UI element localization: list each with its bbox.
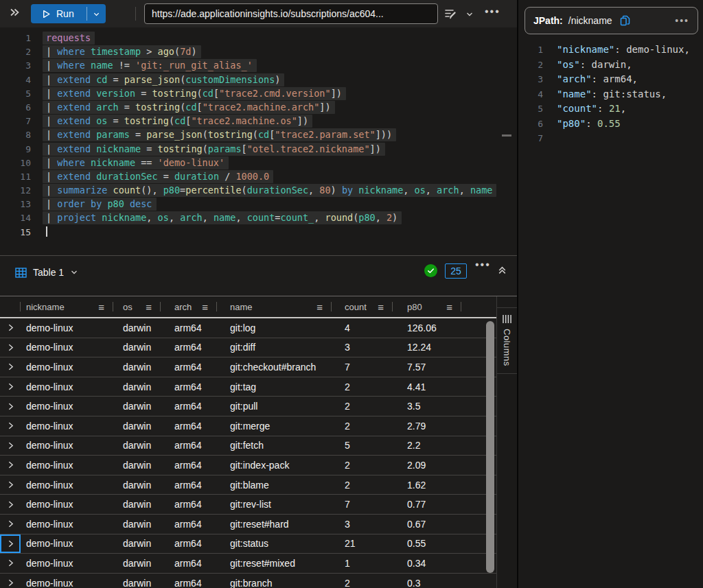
json-viewer[interactable]: 1"nickname": demo-linux,2"os": darwin,3"… <box>518 43 703 146</box>
table-row[interactable]: demo-linuxdarwinarm64git:checkout#branch… <box>0 357 496 377</box>
row-expand-chevron[interactable] <box>0 554 21 573</box>
cell-name: git:checkout#branch <box>217 362 332 373</box>
table-row[interactable]: demo-linuxdarwinarm64git:index-pack22.09 <box>0 456 496 475</box>
expand-sidebar-icon[interactable] <box>8 6 21 19</box>
row-expand-chevron[interactable] <box>0 318 21 338</box>
cell-nickname: demo-linux <box>21 322 113 333</box>
run-button[interactable]: Run <box>31 4 87 23</box>
line-number: 2 <box>518 58 543 73</box>
table-row[interactable]: demo-linuxdarwinarm64git:merge22.79 <box>0 416 496 436</box>
column-menu-icon[interactable]: ≡ <box>202 301 208 313</box>
cell-arch: arm64 <box>161 578 217 588</box>
table-row[interactable]: demo-linuxdarwinarm64git:log4126.06 <box>0 318 496 338</box>
row-count-badge[interactable]: 25 <box>445 263 467 279</box>
collapse-panel-icon[interactable] <box>497 265 507 275</box>
row-expand-chevron[interactable] <box>0 338 21 357</box>
cell-nickname: demo-linux <box>21 578 113 588</box>
code-line: 13| order by p80 desc <box>0 197 517 211</box>
cell-count: 7 <box>332 362 393 373</box>
column-menu-icon[interactable]: ≡ <box>446 301 452 313</box>
cell-name: git:status <box>217 538 332 549</box>
cell-p80: 126.06 <box>393 322 461 333</box>
code-line: 3| where name != 'git:_run_git_alias_' <box>0 58 517 72</box>
table-icon <box>15 268 27 278</box>
row-expand-chevron[interactable] <box>0 475 21 495</box>
copy-icon[interactable] <box>619 15 631 27</box>
table-row[interactable]: demo-linuxdarwinarm64git:blame21.62 <box>0 475 496 495</box>
run-options-dropdown[interactable] <box>87 4 106 23</box>
column-menu-icon[interactable]: ≡ <box>316 301 323 313</box>
code-line: 1"nickname": demo-linux, <box>518 43 703 58</box>
table-row[interactable]: demo-linuxdarwinarm64git:reset#hard30.67 <box>0 515 496 534</box>
kql-query-editor[interactable]: 1requests2| where timestamp > ago(7d)3| … <box>0 27 517 256</box>
cell-p80: 4.41 <box>393 381 461 392</box>
row-expand-chevron[interactable] <box>0 515 21 534</box>
editor-lines: 1requests2| where timestamp > ago(7d)3| … <box>0 31 517 239</box>
table-row[interactable]: demo-linuxdarwinarm64git:reset#mixed10.3… <box>0 554 496 574</box>
row-expand-chevron[interactable] <box>0 357 21 377</box>
cell-arch: arm64 <box>161 460 217 471</box>
scrollbar-thumb[interactable] <box>486 321 494 573</box>
table-selector[interactable]: Table 1 <box>15 267 78 278</box>
jpath-more-icon[interactable]: ••• <box>675 15 689 26</box>
line-number: 3 <box>0 59 31 73</box>
line-number: 10 <box>0 156 31 170</box>
code-line: 2"os": darwin, <box>518 58 703 73</box>
line-number: 7 <box>518 131 543 146</box>
cell-arch: arm64 <box>161 499 217 510</box>
table-row[interactable]: demo-linuxdarwinarm64git:rev-list70.77 <box>0 495 496 515</box>
cell-os: darwin <box>113 558 161 569</box>
row-expand-chevron[interactable] <box>0 397 21 416</box>
column-menu-icon[interactable]: ≡ <box>146 301 152 313</box>
cell-arch: arm64 <box>161 342 217 353</box>
line-number: 1 <box>0 32 31 45</box>
table-row[interactable]: demo-linuxdarwinarm64git:diff312.24 <box>0 338 496 358</box>
column-menu-icon[interactable]: ≡ <box>378 301 384 313</box>
grid-header-row: nickname≡os≡arch≡name≡count≡p80≡ <box>0 296 496 318</box>
columns-icon <box>502 314 512 324</box>
column-header-os[interactable]: os≡ <box>113 296 161 317</box>
row-expand-chevron[interactable] <box>0 377 21 397</box>
table-row[interactable]: demo-linuxdarwinarm64git:branch20.3 <box>0 574 496 588</box>
line-number: 13 <box>0 198 31 211</box>
cell-count: 2 <box>332 460 393 471</box>
grid-vertical-scrollbar[interactable] <box>485 296 496 588</box>
cell-nickname: demo-linux <box>21 519 113 530</box>
grid-body: demo-linuxdarwinarm64git:log4126.06demo-… <box>0 318 496 588</box>
cell-p80: 2.2 <box>393 440 461 451</box>
cell-nickname: demo-linux <box>21 440 113 451</box>
column-menu-icon[interactable]: ≡ <box>98 301 104 313</box>
column-header-nickname[interactable]: nickname≡ <box>21 296 113 317</box>
results-more-icon[interactable]: ••• <box>475 259 491 271</box>
row-expand-chevron[interactable] <box>0 436 21 456</box>
columns-tab[interactable]: Columns <box>497 307 517 374</box>
text-cursor <box>46 226 47 237</box>
row-expand-chevron[interactable] <box>0 534 21 554</box>
code-line: 7| extend os = tostring(cd["trace2.machi… <box>0 114 517 128</box>
ade-query-app: Run ••• 1requests2| where timest <box>0 0 703 588</box>
column-header-arch[interactable]: arch≡ <box>161 296 217 317</box>
chevron-down-icon[interactable] <box>465 10 474 19</box>
deep-link-url-input[interactable] <box>144 3 438 24</box>
more-options-icon[interactable]: ••• <box>485 5 500 18</box>
column-header-count[interactable]: count≡ <box>332 296 393 317</box>
cell-arch: arm64 <box>161 519 217 530</box>
cell-os: darwin <box>113 421 161 432</box>
toolbar-separator <box>135 7 136 21</box>
table-row[interactable]: demo-linuxdarwinarm64git:pull23.5 <box>0 397 496 416</box>
column-header-p80[interactable]: p80≡ <box>393 296 461 317</box>
row-expand-chevron[interactable] <box>0 574 21 588</box>
table-row[interactable]: demo-linuxdarwinarm64git:fetch52.2 <box>0 436 496 456</box>
table-row[interactable]: demo-linuxdarwinarm64git:status210.55 <box>0 534 496 554</box>
column-header-name[interactable]: name≡ <box>217 296 332 317</box>
cell-os: darwin <box>113 381 161 392</box>
column-header-label: name <box>230 302 253 312</box>
cell-p80: 0.55 <box>393 538 461 549</box>
format-query-icon[interactable] <box>443 7 457 21</box>
line-number: 7 <box>0 115 31 128</box>
row-expand-chevron[interactable] <box>0 495 21 514</box>
row-expand-chevron[interactable] <box>0 416 21 436</box>
table-row[interactable]: demo-linuxdarwinarm64git:tag24.41 <box>0 377 496 397</box>
row-expand-chevron[interactable] <box>0 456 21 475</box>
results-toolbar: Table 1 25 ••• <box>0 256 517 296</box>
